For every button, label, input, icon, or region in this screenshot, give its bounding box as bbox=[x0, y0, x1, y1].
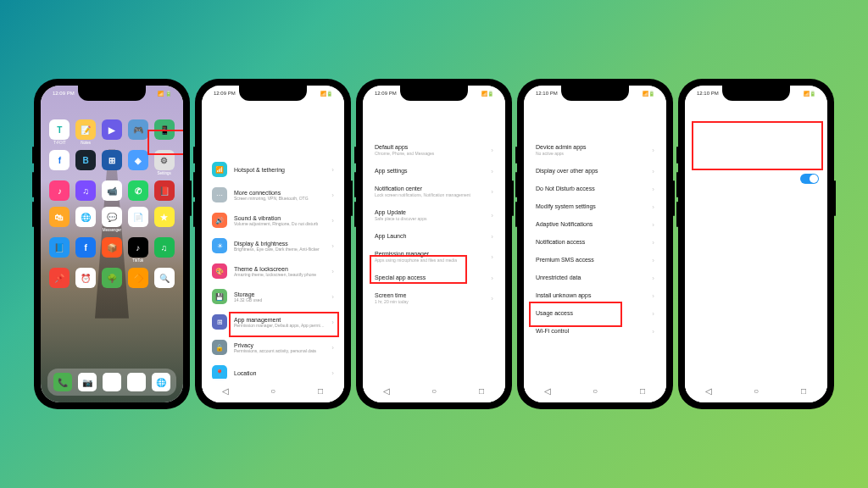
home-app-grid: TT-FOIT📝Notes▶🎮📱fB⊞◈⚙Settings♪♫📹✆📕🛍🌐💬Mes… bbox=[41, 101, 183, 289]
app-icon[interactable]: 📝Notes bbox=[74, 119, 98, 145]
list-item[interactable]: Modify system settings› bbox=[527, 197, 663, 215]
app-icon[interactable]: TT-FOIT bbox=[47, 119, 72, 145]
nav-back[interactable]: ◁ bbox=[381, 385, 392, 396]
app-icon[interactable]: ★ bbox=[152, 207, 176, 232]
app-icon[interactable]: 📱 bbox=[152, 119, 176, 145]
setting-item[interactable]: 💾Storage14.32 GB used› bbox=[205, 284, 341, 309]
nav-recent[interactable]: □ bbox=[314, 385, 326, 396]
nav-back[interactable]: ◁ bbox=[220, 385, 231, 396]
app-mgmt-list: Default appsChrome, Phone, and Messages›… bbox=[363, 138, 505, 310]
list-item[interactable]: Do Not Disturb access› bbox=[527, 180, 663, 197]
setting-item[interactable]: 📶Hotspot & tethering› bbox=[205, 157, 341, 182]
dock-icon[interactable]: ◉ bbox=[127, 373, 146, 391]
list-item[interactable]: Unrestricted data› bbox=[527, 269, 663, 286]
app-icon[interactable]: f bbox=[74, 237, 98, 263]
list-item[interactable]: Install unknown apps› bbox=[527, 286, 663, 304]
app-icon[interactable]: ▶ bbox=[100, 119, 125, 145]
phone-special-access: 12:10 PM📶🔋 ←Special app access Device ad… bbox=[517, 79, 673, 409]
phone-install-unknown: 12:10 PM📶🔋 ←Install unknown apps Chrome … bbox=[678, 79, 834, 409]
setting-item[interactable]: 🔒PrivacyPermissions, account activity, p… bbox=[205, 335, 341, 360]
nav-bar: ◁○□ bbox=[685, 379, 827, 402]
nav-home[interactable]: ○ bbox=[428, 385, 440, 396]
setting-item[interactable]: ⊞App managementPermission manager, Defau… bbox=[205, 309, 341, 335]
app-icon[interactable]: 🔶 bbox=[125, 268, 150, 289]
list-item[interactable]: Adaptive Notifications› bbox=[527, 215, 663, 233]
dock-icon[interactable]: ⊞ bbox=[103, 373, 121, 391]
setting-item[interactable]: 🔊Sound & vibrationVolume adjustment, Rin… bbox=[205, 208, 341, 233]
app-icon[interactable]: ♫ bbox=[74, 180, 98, 202]
nav-bar: ◁○□ bbox=[202, 379, 344, 402]
nav-home[interactable]: ○ bbox=[267, 385, 279, 396]
app-icon[interactable]: ⏰ bbox=[74, 268, 98, 289]
app-icon[interactable]: f bbox=[47, 150, 72, 175]
app-icon[interactable]: ✆ bbox=[125, 180, 150, 202]
list-item[interactable]: Display over other apps› bbox=[527, 162, 663, 180]
app-icon[interactable]: ⊞ bbox=[100, 150, 125, 175]
phone-settings: 12:09 PM📶🔋 Settings 🔍Search settings 📶Ho… bbox=[195, 79, 351, 409]
nav-bar: ◁○□ bbox=[363, 379, 505, 402]
phone-home: 12:09 PM📶 🔋 TT-FOIT📝Notes▶🎮📱fB⊞◈⚙Setting… bbox=[34, 79, 190, 409]
settings-list: 📶Hotspot & tethering›⋯More connectionsSc… bbox=[202, 157, 344, 385]
app-icon[interactable]: 🎮 bbox=[125, 119, 150, 145]
phone-app-management: 12:09 PM📶🔋 ←App management Default appsC… bbox=[356, 79, 512, 409]
dock: 📞📷⊞◉🌐 bbox=[47, 369, 176, 396]
dock-icon[interactable]: 🌐 bbox=[152, 373, 170, 391]
special-list: Device admin appsNo active apps›Display … bbox=[524, 138, 666, 340]
app-icon[interactable]: ♪ bbox=[47, 180, 72, 202]
app-icon[interactable]: 📄 bbox=[125, 207, 150, 232]
nav-recent[interactable]: □ bbox=[798, 385, 810, 396]
list-item[interactable]: Wi-Fi control› bbox=[527, 322, 663, 340]
list-item[interactable]: Screen time1 hr, 20 min today› bbox=[366, 286, 502, 310]
nav-home[interactable]: ○ bbox=[750, 385, 762, 396]
app-icon[interactable]: 💬Messenger bbox=[100, 207, 125, 232]
list-item[interactable]: Permission managerApps using microphone … bbox=[366, 245, 502, 269]
allow-source-toggle[interactable] bbox=[800, 174, 819, 184]
dock-icon[interactable]: 📷 bbox=[78, 373, 97, 391]
list-item[interactable]: Device admin appsNo active apps› bbox=[527, 138, 663, 162]
list-item[interactable]: Notification access› bbox=[527, 233, 663, 251]
app-icon[interactable]: B bbox=[74, 150, 98, 175]
setting-item[interactable]: ⋯More connectionsScreen mirroring, VPN, … bbox=[205, 182, 341, 208]
list-item[interactable]: Premium SMS access› bbox=[527, 251, 663, 269]
setting-item[interactable]: ☀Display & brightnessBrightness, Eye car… bbox=[205, 233, 341, 258]
nav-recent[interactable]: □ bbox=[476, 385, 487, 396]
app-icon[interactable]: 📌 bbox=[47, 268, 72, 289]
app-icon[interactable]: 🛍 bbox=[47, 207, 72, 232]
list-item[interactable]: Usage access› bbox=[527, 304, 663, 322]
list-item[interactable]: Notification centerLock screen notificat… bbox=[366, 180, 502, 203]
app-icon[interactable]: 📹 bbox=[100, 180, 125, 202]
app-icon[interactable]: ⚙Settings bbox=[152, 150, 176, 175]
setting-item[interactable]: 🎨Theme & lockscreenAmazing theme, locksc… bbox=[205, 258, 341, 284]
app-icon[interactable]: ♫ bbox=[152, 237, 176, 263]
nav-home[interactable]: ○ bbox=[589, 385, 601, 396]
app-icon[interactable]: ♪TikTok bbox=[125, 237, 150, 263]
nav-back[interactable]: ◁ bbox=[542, 385, 554, 396]
nav-recent[interactable]: □ bbox=[637, 385, 648, 396]
list-item[interactable]: App settings› bbox=[366, 162, 502, 180]
app-icon[interactable]: 📘 bbox=[47, 237, 72, 263]
dock-icon[interactable]: 📞 bbox=[53, 373, 72, 391]
list-item[interactable]: App UpdateSafe place to discover apps› bbox=[366, 203, 502, 227]
app-icon[interactable]: 📦 bbox=[100, 237, 125, 263]
nav-back[interactable]: ◁ bbox=[703, 385, 715, 396]
app-icon[interactable]: 🌐 bbox=[74, 207, 98, 232]
nav-bar: ◁○□ bbox=[524, 379, 666, 402]
list-item[interactable]: Special app access› bbox=[366, 269, 502, 286]
app-icon[interactable]: 🌳 bbox=[100, 268, 125, 289]
list-item[interactable]: Default appsChrome, Phone, and Messages› bbox=[366, 138, 502, 162]
app-icon[interactable]: 🔍 bbox=[152, 268, 176, 289]
app-icon[interactable]: ◈ bbox=[125, 150, 150, 175]
app-icon[interactable]: 📕 bbox=[152, 180, 176, 202]
list-item[interactable]: App Launch› bbox=[366, 227, 502, 245]
